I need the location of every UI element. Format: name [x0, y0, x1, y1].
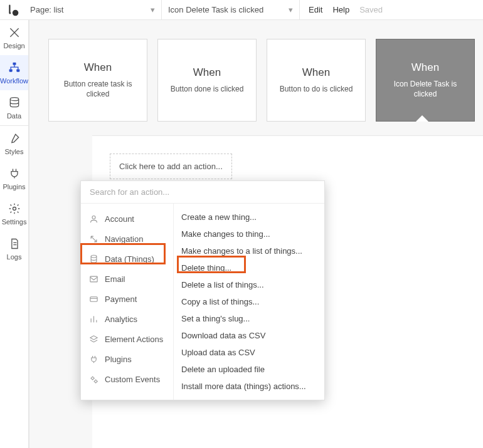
svg-rect-3 — [9, 70, 12, 72]
chevron-down-icon: ▾ — [289, 5, 293, 14]
sitemap-icon — [8, 61, 21, 75]
action-label: Copy a list of things... — [181, 297, 259, 306]
rail-tab-styles[interactable]: Styles — [0, 126, 28, 161]
rail-label: Plugins — [3, 183, 25, 190]
search-input[interactable] — [90, 187, 316, 197]
event-desc: Button create task is clicked — [54, 79, 142, 99]
category-label: Navigation — [105, 234, 143, 244]
action-item[interactable]: Copy a list of things... — [174, 293, 324, 310]
left-rail: Design Workflow Data Styles Plugins Sett… — [0, 20, 29, 448]
action-item[interactable]: Delete an uploaded file — [174, 361, 324, 378]
event-card[interactable]: When Button create task is clicked — [48, 39, 147, 122]
action-item[interactable]: Delete thing... — [174, 259, 324, 276]
save-status: Saved — [359, 5, 383, 14]
category-account[interactable]: Account — [81, 209, 173, 229]
category-label: Data (Things) — [105, 254, 154, 264]
event-title: When — [411, 61, 439, 74]
svg-point-6 — [13, 207, 16, 211]
action-item[interactable]: Create a new thing... — [174, 209, 324, 226]
category-navigation[interactable]: Navigation — [81, 229, 173, 249]
svg-point-7 — [92, 216, 95, 219]
svg-rect-10 — [90, 296, 97, 301]
category-payment[interactable]: Payment — [81, 289, 173, 309]
event-title: When — [302, 66, 330, 79]
action-label: Upload data as CSV — [181, 348, 255, 357]
rail-tab-plugins[interactable]: Plugins — [0, 161, 28, 196]
category-label: Plugins — [105, 355, 132, 364]
svg-rect-2 — [13, 63, 16, 65]
action-label: Delete an uploaded file — [181, 365, 265, 374]
action-label: Install more data (things) actions... — [181, 382, 306, 391]
rail-tab-settings[interactable]: Settings — [0, 196, 28, 231]
document-icon — [8, 237, 21, 251]
action-item[interactable]: Make changes to thing... — [174, 226, 324, 242]
action-dropdown: Account Navigation Data (Things) Email P… — [80, 180, 325, 400]
paintbrush-icon — [8, 132, 21, 145]
event-card[interactable]: When Button done is clicked — [157, 39, 257, 122]
event-desc: Button to do is clicked — [280, 84, 353, 94]
user-icon — [88, 214, 98, 224]
action-label: Set a thing's slug... — [181, 314, 250, 323]
action-label: Create a new thing... — [181, 212, 257, 222]
rail-label: Design — [3, 42, 24, 49]
action-label: Make changes to a list of things... — [181, 246, 302, 256]
event-selector[interactable]: Icon Delete Task is clicked ▾ — [162, 0, 300, 19]
category-analytics[interactable]: Analytics — [81, 309, 173, 329]
action-label: Download data as CSV — [181, 331, 265, 340]
credit-card-icon — [88, 294, 98, 304]
svg-rect-9 — [90, 276, 97, 282]
action-item[interactable]: Upload data as CSV — [174, 344, 324, 361]
action-label: Delete a list of things... — [181, 280, 264, 289]
svg-rect-4 — [16, 70, 19, 72]
chevron-down-icon: ▾ — [151, 5, 155, 14]
action-categories: Account Navigation Data (Things) Email P… — [81, 204, 174, 400]
database-icon — [8, 96, 21, 110]
action-item[interactable]: Delete a list of things... — [174, 276, 324, 293]
mail-icon — [88, 274, 98, 284]
rail-tab-logs[interactable]: Logs — [0, 231, 28, 266]
menu-edit[interactable]: Edit — [309, 5, 322, 14]
category-label: Email — [105, 274, 125, 284]
svg-point-12 — [94, 380, 97, 382]
svg-point-0 — [13, 9, 19, 16]
rail-label: Workflow — [0, 77, 28, 85]
gears-icon — [88, 374, 98, 384]
menu-body: Account Navigation Data (Things) Email P… — [81, 204, 324, 400]
event-desc: Button done is clicked — [171, 84, 244, 94]
event-card-selected[interactable]: When Icon Delete Task is clicked — [376, 39, 475, 122]
add-action-button[interactable]: Click here to add an action... — [110, 154, 232, 179]
plug-icon — [88, 354, 98, 364]
category-email[interactable]: Email — [81, 269, 173, 289]
crossed-tools-icon — [8, 26, 21, 39]
add-action-label: Click here to add an action... — [119, 162, 223, 171]
event-card[interactable]: When Button to do is clicked — [267, 39, 366, 122]
svg-point-5 — [10, 98, 18, 101]
svg-point-8 — [91, 255, 97, 258]
top-menu: Edit Help Saved — [300, 0, 383, 19]
category-label: Custom Events — [105, 375, 160, 384]
action-label: Delete thing... — [181, 263, 231, 273]
page-selector-label: Page: list — [30, 5, 63, 14]
action-list: Create a new thing... Make changes to th… — [174, 204, 324, 400]
category-plugins[interactable]: Plugins — [81, 349, 173, 369]
action-item[interactable]: Download data as CSV — [174, 327, 324, 344]
category-data[interactable]: Data (Things) — [81, 249, 173, 269]
gear-icon — [8, 202, 21, 216]
action-item[interactable]: Install more data (things) actions... — [174, 378, 324, 395]
page-selector[interactable]: Page: list ▾ — [24, 0, 162, 19]
menu-help[interactable]: Help — [332, 5, 349, 14]
rail-label: Settings — [2, 218, 27, 226]
action-item[interactable]: Set a thing's slug... — [174, 310, 324, 327]
layers-icon — [88, 334, 98, 344]
rail-tab-design[interactable]: Design — [0, 20, 28, 55]
rail-label: Logs — [7, 253, 22, 261]
category-element-actions[interactable]: Element Actions — [81, 329, 173, 349]
category-custom-events[interactable]: Custom Events — [81, 369, 173, 389]
rail-tab-workflow[interactable]: Workflow — [0, 55, 28, 90]
connector-arrow-icon — [416, 115, 428, 122]
rail-tab-data[interactable]: Data — [0, 90, 28, 125]
action-item[interactable]: Make changes to a list of things... — [174, 242, 324, 259]
category-label: Payment — [105, 294, 137, 304]
rail-label: Data — [7, 112, 21, 120]
event-title: When — [193, 66, 221, 79]
